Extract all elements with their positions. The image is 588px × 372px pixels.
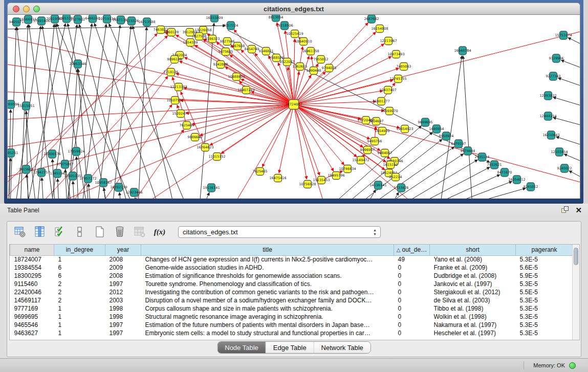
table-row[interactable]: 2242004622012Investigating the contribut… <box>10 288 573 296</box>
network-node[interactable]: 10437407 <box>379 86 396 94</box>
network-node[interactable]: 16713588 <box>138 18 155 26</box>
network-node[interactable]: 9794028 <box>322 64 337 72</box>
close-panel-icon[interactable]: ✕ <box>575 206 582 214</box>
network-node[interactable]: 12444154 <box>539 112 556 120</box>
network-node[interactable]: 8813054 <box>269 15 284 21</box>
network-canvas[interactable]: 1872400713226058982750881863239827546236… <box>8 15 580 199</box>
column-header-pagerank[interactable]: pagerank <box>516 245 573 255</box>
column-header-name[interactable]: name <box>10 245 54 255</box>
select-column-icon[interactable] <box>33 225 47 238</box>
network-edge[interactable] <box>568 37 580 47</box>
network-node[interactable]: 9129966 <box>549 54 564 62</box>
network-edge[interactable] <box>49 104 294 199</box>
network-edge[interactable] <box>294 39 295 104</box>
select-rows-icon[interactable] <box>53 225 67 238</box>
network-node[interactable]: 7357224 <box>224 21 238 30</box>
network-node[interactable]: 12213967 <box>380 37 397 45</box>
network-edge[interactable] <box>130 129 184 199</box>
network-node[interactable]: 19218506 <box>276 21 293 30</box>
column-header-year[interactable]: year <box>105 245 141 255</box>
network-edge[interactable] <box>294 104 344 165</box>
network-edge[interactable] <box>279 104 294 173</box>
network-edge[interactable] <box>430 174 500 199</box>
column-header-title[interactable]: title <box>141 245 394 255</box>
network-edge[interactable] <box>141 104 294 199</box>
table-row[interactable]: 1456911722003Disruption of a novel membe… <box>10 296 573 304</box>
network-edge[interactable] <box>8 33 157 199</box>
zoom-window-button[interactable] <box>33 6 40 12</box>
network-node[interactable]: 12093832 <box>539 92 556 100</box>
network-node[interactable]: 1733426 <box>394 184 409 192</box>
network-node[interactable]: 1640954 <box>429 125 444 133</box>
network-node[interactable]: 2718126 <box>164 69 179 76</box>
table-settings-icon[interactable] <box>13 225 27 238</box>
network-node[interactable]: 17359924 <box>68 147 84 156</box>
network-node[interactable]: 16648784 <box>454 47 471 55</box>
network-node[interactable]: 11015152 <box>208 153 225 161</box>
row-height-icon[interactable] <box>73 225 86 238</box>
network-edge[interactable] <box>553 97 580 107</box>
network-edge[interactable] <box>558 78 580 87</box>
network-edge[interactable] <box>294 23 368 104</box>
tab-edge-table[interactable]: Edge Table <box>266 342 314 353</box>
network-node[interactable]: 1654339 <box>183 39 198 47</box>
network-node[interactable]: 16054012 <box>508 176 525 184</box>
table-row[interactable]: 946362711997Embryonic stem cells: a mode… <box>10 329 573 337</box>
network-node[interactable]: 16154808 <box>371 25 388 33</box>
network-node[interactable]: 7485063 <box>397 63 411 71</box>
network-edge[interactable] <box>445 182 512 199</box>
network-edge[interactable] <box>113 26 131 199</box>
network-edge[interactable] <box>415 167 490 199</box>
tab-node-table[interactable]: Node Table <box>217 342 266 353</box>
network-node[interactable]: 9886640 <box>188 134 203 141</box>
network-node[interactable]: 17957272 <box>79 174 96 183</box>
network-node[interactable]: 9227343 <box>546 72 561 80</box>
network-node[interactable]: 8454749 <box>245 46 259 53</box>
network-node[interactable]: 18640910 <box>295 38 312 46</box>
network-node[interactable]: 9699695 <box>418 118 433 126</box>
network-edge[interactable] <box>203 192 209 199</box>
network-edge[interactable] <box>57 179 59 199</box>
network-node[interactable]: 19136141 <box>203 184 220 192</box>
network-node[interactable]: 15149472 <box>352 157 369 164</box>
network-edge[interactable] <box>42 178 43 199</box>
network-node[interactable]: 16210643 <box>542 131 559 139</box>
network-node[interactable]: 15202471 <box>172 110 189 118</box>
network-node[interactable]: 1990448 <box>307 67 321 75</box>
float-panel-icon[interactable] <box>561 206 569 214</box>
network-edge[interactable] <box>184 57 294 104</box>
table-row[interactable]: 1830029562008Estimation of significance … <box>10 272 573 280</box>
table-row[interactable]: 911546021997Tourette syndrome. Phenomeno… <box>10 280 573 288</box>
network-edge[interactable] <box>94 23 159 199</box>
network-edge[interactable] <box>556 137 580 146</box>
network-edge[interactable] <box>119 192 121 199</box>
network-node[interactable]: 12103454 <box>551 148 568 156</box>
network-edge[interactable] <box>294 30 580 104</box>
network-node[interactable]: 16475416 <box>269 174 286 182</box>
network-node[interactable]: 9245012 <box>524 183 538 191</box>
delete-table-icon[interactable] <box>113 225 126 238</box>
table-scrollbar[interactable] <box>572 245 579 340</box>
network-edge[interactable] <box>186 104 294 113</box>
new-table-icon[interactable] <box>93 225 106 238</box>
network-node[interactable]: 10107552 <box>166 97 183 104</box>
network-node[interactable]: 6479197 <box>451 140 466 148</box>
close-window-button[interactable] <box>13 6 19 12</box>
network-edge[interactable] <box>294 101 376 104</box>
network-node[interactable]: 16033809 <box>206 15 223 22</box>
network-window-titlebar[interactable]: citations_edges.txt <box>7 3 580 15</box>
column-header-out_de[interactable]: △out_de… <box>394 245 430 255</box>
network-node[interactable]: 9146821 <box>259 48 274 55</box>
import-table-icon-disabled[interactable] <box>133 225 146 238</box>
network-edge[interactable] <box>399 160 477 199</box>
network-edge[interactable] <box>294 104 380 150</box>
network-node[interactable]: 18495796 <box>328 172 344 180</box>
network-edge[interactable] <box>8 104 294 179</box>
network-edge[interactable] <box>294 104 386 162</box>
network-edge[interactable] <box>366 190 376 199</box>
network-node[interactable]: 10325419 <box>286 30 303 38</box>
network-edge[interactable] <box>8 104 294 148</box>
function-builder-icon[interactable]: f(x) <box>153 225 166 238</box>
network-node[interactable]: 16782759 <box>110 183 127 191</box>
table-row[interactable]: 946554611997Estimation of the future num… <box>10 321 573 329</box>
